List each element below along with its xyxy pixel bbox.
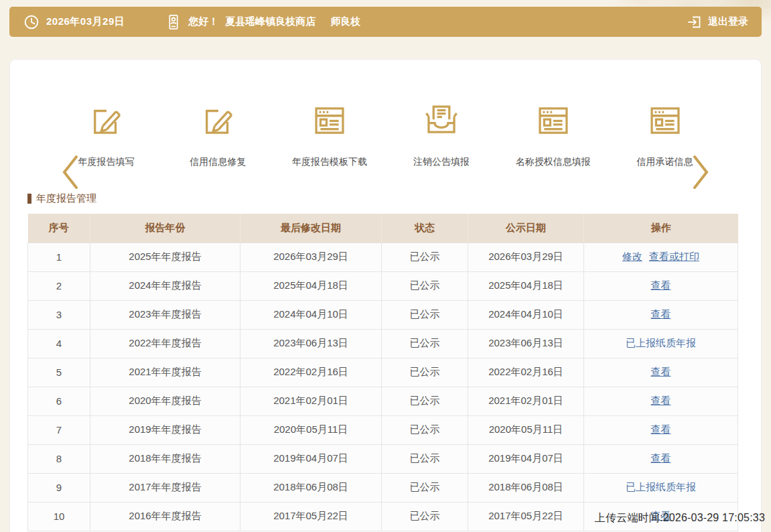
cell-published: 2024年04月10日: [468, 300, 584, 329]
feature-item-4[interactable]: 注销公告填报: [388, 101, 495, 168]
cell-actions: 查看: [584, 444, 738, 473]
top-bar: 2026年03月29日 您好！ 夏县瑶峰镇良枝商店 师良枝 退出登录: [9, 7, 762, 37]
carousel-left-arrow[interactable]: [61, 153, 80, 191]
cell-seq: 1: [28, 243, 90, 271]
cell-published: 2020年05月11日: [468, 415, 584, 444]
template-icon: [310, 101, 349, 140]
table-row: 12025年年度报告2026年03月29日已公示2026年03月29日修改查看或…: [28, 243, 738, 271]
cell-published: 2019年04月07日: [468, 444, 584, 473]
cell-actions: 查看: [584, 415, 738, 444]
feature-item-2[interactable]: 信用信息修复: [164, 101, 271, 168]
template-icon: [534, 101, 573, 140]
cell-status: 已公示: [382, 271, 468, 300]
column-header: 操作: [584, 214, 738, 243]
cell-published: 2023年06月13日: [468, 329, 584, 358]
cell-seq: 9: [28, 473, 90, 502]
cell-year: 2017年年度报告: [90, 473, 240, 502]
cell-status: 已公示: [382, 358, 468, 387]
column-header: 报告年份: [90, 214, 240, 243]
cell-modified: 2021年02月01日: [240, 387, 382, 415]
annual-report-table: 序号报告年份最后修改日期状态公示日期操作 12025年年度报告2026年03月2…: [27, 214, 738, 531]
inbox-icon: [422, 101, 461, 140]
table-row: 22024年年度报告2025年04月18日已公示2025年04月18日查看: [28, 271, 738, 300]
current-date: 2026年03月29日: [46, 15, 125, 28]
cell-year: 2016年年度报告: [90, 502, 240, 531]
feature-nav: 年度报告填写 信用信息修复 年度报告模板下载 注销公告填报: [50, 101, 721, 168]
cell-seq: 4: [28, 329, 90, 358]
upload-timestamp-watermark: 上传云端时间:2026-03-29 17:05:33: [595, 511, 765, 525]
cell-seq: 10: [28, 502, 90, 531]
cell-status: 已公示: [382, 415, 468, 444]
carousel-right-arrow[interactable]: [691, 153, 710, 191]
cell-actions: 已上报纸质年报: [584, 329, 738, 358]
cell-modified: 2024年04月10日: [240, 300, 382, 329]
cell-seq: 3: [28, 300, 90, 329]
cell-year: 2018年年度报告: [90, 444, 240, 473]
cell-actions: 查看: [584, 387, 738, 415]
action-link[interactable]: 查看: [651, 452, 671, 464]
cell-seq: 8: [28, 444, 90, 473]
action-link[interactable]: 查看: [651, 366, 671, 377]
feature-item-label: 年度报告填写: [78, 156, 134, 168]
feature-item-3[interactable]: 年度报告模板下载: [276, 101, 383, 168]
cell-actions: 查看: [584, 271, 738, 300]
table-row: 52021年年度报告2022年02月16日已公示2022年02月16日查看: [28, 358, 738, 387]
action-link[interactable]: 已上报纸质年报: [626, 337, 696, 348]
cell-year: 2023年年度报告: [90, 300, 240, 329]
table-header-row: 序号报告年份最后修改日期状态公示日期操作: [28, 214, 738, 243]
action-link[interactable]: 查看: [651, 308, 671, 320]
action-link[interactable]: 查看: [651, 395, 671, 406]
column-header: 序号: [28, 214, 90, 243]
table-row: 82018年年度报告2019年04月07日已公示2019年04月07日查看: [28, 444, 738, 473]
company-name: 夏县瑶峰镇良枝商店: [225, 15, 316, 28]
feature-item-label: 年度报告模板下载: [292, 156, 367, 168]
feature-item-5[interactable]: 名称授权信息填报: [500, 101, 607, 168]
action-link[interactable]: 查看或打印: [649, 251, 699, 262]
cell-modified: 2022年02月16日: [240, 358, 382, 387]
cell-status: 已公示: [382, 444, 468, 473]
cell-actions: 已上报纸质年报: [584, 473, 738, 502]
feature-items: 年度报告填写 信用信息修复 年度报告模板下载 注销公告填报: [50, 101, 721, 168]
cell-actions: 查看: [584, 300, 738, 329]
cell-modified: 2019年04月07日: [240, 444, 382, 473]
cell-published: 2018年06月08日: [468, 473, 584, 502]
section-title-text: 年度报告管理: [36, 192, 96, 205]
cell-seq: 6: [28, 387, 90, 415]
feature-item-label: 名称授权信息填报: [516, 156, 591, 168]
cell-status: 已公示: [382, 387, 468, 415]
action-link[interactable]: 查看: [651, 423, 671, 435]
cell-seq: 7: [28, 415, 90, 444]
feature-item-label: 信用信息修复: [190, 156, 246, 168]
cell-published: 2017年05月22日: [468, 502, 584, 531]
cell-year: 2024年年度报告: [90, 271, 240, 300]
cell-modified: 2020年05月11日: [240, 415, 382, 444]
id-badge-icon: [165, 13, 182, 31]
cell-published: 2022年02月16日: [468, 358, 584, 387]
cell-status: 已公示: [382, 473, 468, 502]
action-link[interactable]: 修改: [622, 251, 642, 262]
cell-seq: 2: [28, 271, 90, 300]
action-link[interactable]: 查看: [651, 279, 671, 291]
cell-year: 2022年年度报告: [90, 329, 240, 358]
table-row: 92017年年度报告2018年06月08日已公示2018年06月08日已上报纸质…: [28, 473, 738, 502]
edit-icon: [198, 101, 237, 140]
logout-label: 退出登录: [708, 15, 748, 28]
user-name: 师良枝: [330, 15, 360, 28]
cell-seq: 5: [28, 358, 90, 387]
logout-button[interactable]: 退出登录: [687, 14, 748, 30]
column-header: 状态: [382, 214, 468, 243]
cell-year: 2020年年度报告: [90, 387, 240, 415]
table-row: 32023年年度报告2024年04月10日已公示2024年04月10日查看: [28, 300, 738, 329]
section-title-bullet: [27, 194, 31, 204]
cell-status: 已公示: [382, 502, 468, 531]
template-icon: [646, 101, 685, 140]
cell-year: 2019年年度报告: [90, 415, 240, 444]
logout-icon: [687, 14, 703, 30]
main-panel: 年度报告填写 信用信息修复 年度报告模板下载 注销公告填报: [9, 59, 762, 532]
edit-icon: [86, 101, 125, 140]
section-title: 年度报告管理: [27, 192, 761, 205]
cell-year: 2021年年度报告: [90, 358, 240, 387]
cell-modified: 2017年05月22日: [240, 502, 382, 531]
cell-year: 2025年年度报告: [90, 243, 240, 271]
action-link[interactable]: 已上报纸质年报: [626, 481, 696, 492]
